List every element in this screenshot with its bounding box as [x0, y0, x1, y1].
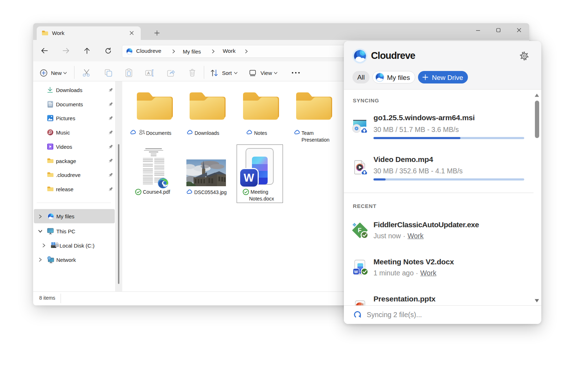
svg-text:A: A — [147, 71, 150, 75]
svg-text:W: W — [354, 270, 358, 274]
svg-text:F: F — [358, 227, 361, 234]
